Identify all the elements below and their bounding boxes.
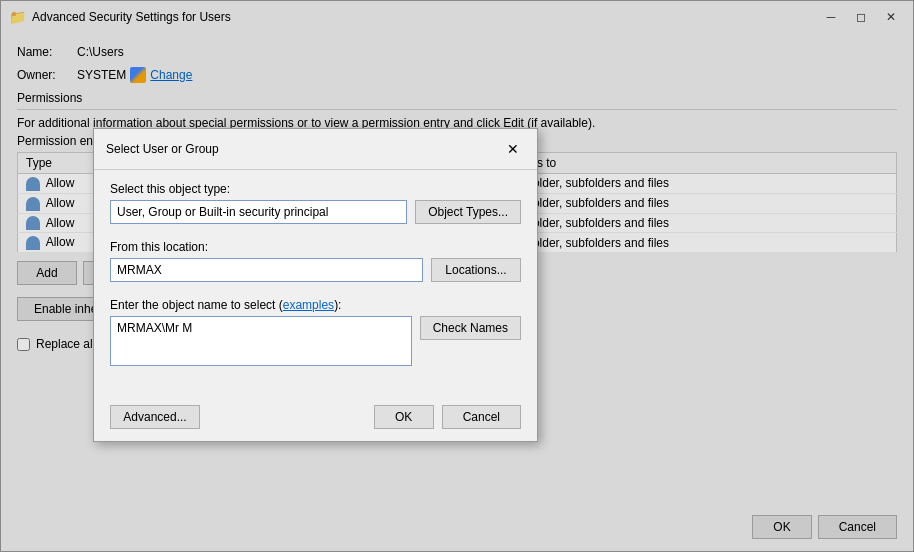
select-user-dialog: Select User or Group ✕ Select this objec…	[93, 128, 538, 442]
advanced-button[interactable]: Advanced...	[110, 405, 200, 429]
dialog-footer: Advanced... OK Cancel	[94, 397, 537, 441]
dialog-footer-right: OK Cancel	[374, 405, 521, 429]
dialog-overlay: Select User or Group ✕ Select this objec…	[0, 0, 914, 552]
dialog-title-bar: Select User or Group ✕	[94, 129, 537, 169]
examples-link[interactable]: examples	[283, 298, 334, 312]
locations-button[interactable]: Locations...	[431, 258, 521, 282]
object-types-button[interactable]: Object Types...	[415, 200, 521, 224]
location-label: From this location:	[110, 240, 521, 254]
location-row: Locations...	[110, 258, 521, 290]
object-name-field-container: MRMAX\Mr M	[110, 316, 412, 377]
dialog-title: Select User or Group	[106, 142, 219, 156]
dialog-close-button[interactable]: ✕	[501, 137, 525, 161]
object-type-field-container	[110, 200, 407, 232]
object-type-row: Object Types...	[110, 200, 521, 232]
object-name-textarea[interactable]: MRMAX\Mr M	[110, 316, 412, 366]
object-type-input[interactable]	[110, 200, 407, 224]
object-name-label: Enter the object name to select (example…	[110, 298, 521, 312]
location-field-container	[110, 258, 423, 290]
dialog-cancel-button[interactable]: Cancel	[442, 405, 521, 429]
object-type-label: Select this object type:	[110, 182, 521, 196]
location-input[interactable]	[110, 258, 423, 282]
dialog-ok-button[interactable]: OK	[374, 405, 434, 429]
check-names-button[interactable]: Check Names	[420, 316, 521, 340]
dialog-body: Select this object type: Object Types...…	[94, 170, 537, 397]
object-name-row: MRMAX\Mr M Check Names	[110, 316, 521, 377]
